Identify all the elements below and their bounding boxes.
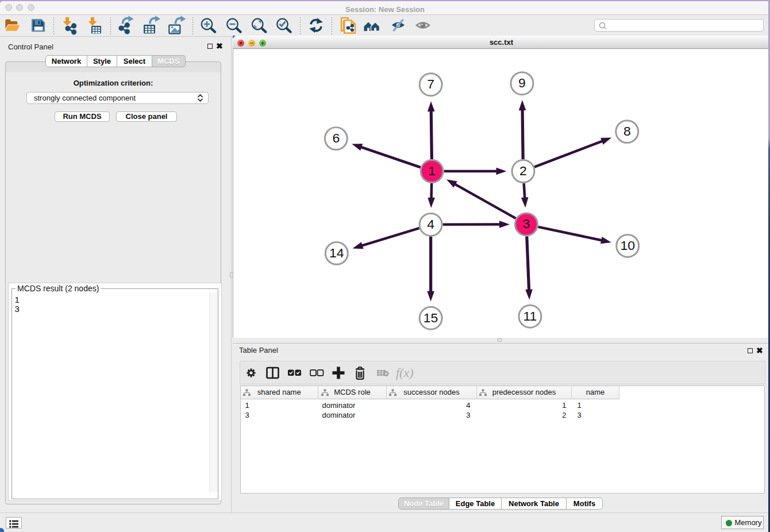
svg-text:f(x): f(x) xyxy=(396,365,414,380)
svg-text:2: 2 xyxy=(519,163,527,178)
svg-text:10: 10 xyxy=(620,238,635,253)
svg-text:9: 9 xyxy=(518,75,526,90)
svg-text:7: 7 xyxy=(427,76,434,91)
svg-text:8: 8 xyxy=(623,124,631,138)
svg-text:3: 3 xyxy=(523,216,530,231)
svg-text:4: 4 xyxy=(427,217,434,232)
svg-text:6: 6 xyxy=(332,130,340,145)
svg-text:1: 1 xyxy=(428,163,436,178)
svg-text:11: 11 xyxy=(523,309,537,323)
svg-text:14: 14 xyxy=(329,245,344,260)
svg-text:15: 15 xyxy=(424,310,438,325)
